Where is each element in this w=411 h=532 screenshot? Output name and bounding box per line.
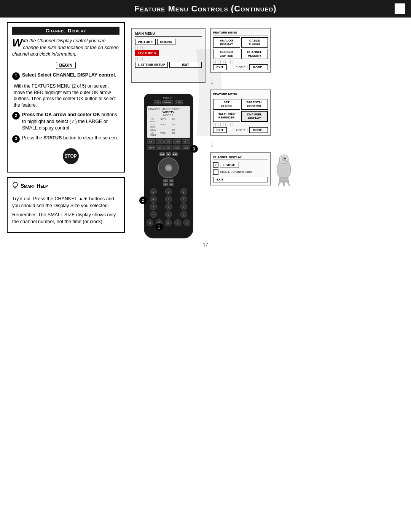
ch-dn-btn: − <box>163 183 168 186</box>
aux-btn: AUX <box>173 145 181 150</box>
step-2: 2 Press the OK arrow and center OK butto… <box>12 112 119 132</box>
cd-btn: CD <box>156 145 164 150</box>
feature-menu-1: FEATURE MENU ANALOGFORMAT CABLETUNING CL… <box>210 28 271 73</box>
rewind-btn: ◄◄ <box>159 152 165 156</box>
features-btn: FEATURES <box>135 50 159 56</box>
ffwd-btn: ►► <box>172 152 178 156</box>
extra-1: ⊙ <box>147 219 153 226</box>
remote-wrap: POWER ON INPUT OFF CHANNEL MACRO VOICE W… <box>144 86 193 238</box>
num-1: 1 <box>150 188 157 195</box>
vol-dn-btn: − <box>169 183 174 186</box>
analog-format-btn: ANALOGFORMAT <box>213 37 240 48</box>
step-1-label: Select Select CHANNEL DISPLAY control. <box>22 72 116 78</box>
step-1-detail: With the FEATURES MENU (2 of 5) on scree… <box>14 83 119 109</box>
number-pad: 1 2 3 4 5 6 7 8 9 * 0 # <box>146 188 191 218</box>
num-6: 6 <box>180 196 187 203</box>
prev-btn: PREV <box>147 145 155 150</box>
svg-point-6 <box>282 157 286 162</box>
feature-menu-2: FEATURE MENU SETCLOCK PARENTALCONTROL HA… <box>210 89 271 136</box>
small-option: SMALL - Channel Label <box>213 169 268 175</box>
fm1-label: FEATURE MENU <box>213 31 268 35</box>
remote-tv-label: WIDETV <box>148 110 189 114</box>
svg-rect-1 <box>14 187 16 188</box>
diagram-area: MAIN MENU PICTURE SOUND ││││││ FEATURES <box>129 22 404 238</box>
fm1-more-btn: MORE... <box>249 64 268 70</box>
smart-help-para2: Remember. The SMALL SIZE display shows o… <box>12 211 119 225</box>
extra-5: ○ <box>183 219 190 226</box>
corner-box <box>395 3 405 14</box>
dropcap: W <box>12 38 22 48</box>
parental-control-btn: PARENTALCONTROL <box>241 99 268 109</box>
cdp-exit-btn: EXIT <box>213 177 268 182</box>
step-3: 3 Press the STATUS button to clear the s… <box>12 135 119 143</box>
extra-3: © <box>165 219 172 226</box>
step-2-overlay: 2 <box>139 197 147 204</box>
channel-display-title: Channel Display <box>12 27 119 35</box>
fm2-more-btn: MORE... <box>249 127 268 133</box>
step-3-overlay: 3 <box>190 145 198 153</box>
cb-btn: CB <box>147 139 155 144</box>
stop-button: STOP <box>63 148 79 164</box>
power-input-btn: INPUT <box>162 101 173 104</box>
large-checkbox: ✓ <box>213 162 218 168</box>
fm2-page: 2 OF 5 <box>236 128 245 132</box>
arrow-down-2: ↓ <box>210 140 214 149</box>
parrot-svg <box>272 152 295 187</box>
page-header: Feature Menu Controls (Continued) <box>0 0 411 18</box>
set-clock-btn: SETCLOCK <box>213 99 240 109</box>
fm1-page: 1 OF 5 <box>236 66 245 69</box>
nav-circle: OK <box>158 157 179 178</box>
small-label: SMALL - Channel Label <box>220 170 252 174</box>
svg-point-7 <box>284 158 286 159</box>
nav-area: ◄◄ ► ►► <box>146 152 191 186</box>
step-1-overlay: 1 <box>155 223 163 231</box>
sound-btn: SOUND <box>157 39 175 45</box>
dss-btn: DSS <box>182 145 190 150</box>
num-4: 4 <box>150 196 157 203</box>
channel-memory-btn: CHANNELMEMORY <box>241 49 268 59</box>
half-hour-reminder-btn: HALF HOURREMINDER <box>213 111 240 122</box>
right-panels: FEATURE MENU ANALOGFORMAT CABLETUNING CL… <box>210 28 295 187</box>
num-8: 8 <box>165 203 172 210</box>
smart-help-section: Smart Help Try it out. Press the CHANNEL… <box>7 177 125 233</box>
step-3-status: STATUS <box>43 135 62 141</box>
num-2: 2 <box>165 188 172 195</box>
step-1: 1 Select Select CHANNEL DISPLAY control. <box>12 72 119 80</box>
remote-screen: CHANNEL MACRO VOICE WIDETV MODE 1 D1 MEN… <box>147 106 190 138</box>
vd-btn: VD <box>164 139 172 144</box>
smart-help-label: Smart Help <box>21 183 48 189</box>
num-0: 0 <box>165 211 172 218</box>
small-checkbox <box>213 169 218 175</box>
smart-help-para1: Try it out. Press the CHANNEL ▲▼ buttons… <box>12 195 119 209</box>
step-3-badge: 3 <box>12 135 20 143</box>
num-5: 5 <box>165 196 172 203</box>
left-column: Channel Display W ith the Channel Displa… <box>7 22 125 238</box>
md-btn: MD <box>164 145 172 150</box>
remote-control: POWER ON INPUT OFF CHANNEL MACRO VOICE W… <box>144 94 193 238</box>
extra-4: ○ <box>174 219 181 226</box>
svg-rect-2 <box>14 188 16 189</box>
fm2-exit-btn: EXIT <box>213 127 227 133</box>
smart-help-body: Try it out. Press the CHANNEL ▲▼ buttons… <box>12 195 119 225</box>
cable-tuning-btn: CABLETUNING <box>241 37 268 48</box>
power-off-btn: OFF <box>175 101 183 104</box>
closed-caption-btn: CLOSEDCAPTION <box>213 49 240 59</box>
lightbulb-icon <box>12 182 18 190</box>
cdp-label: CHANNEL DISPLAY <box>213 155 268 160</box>
vol-up-btn: + <box>169 179 174 182</box>
channel-display-body: W ith the Channel Display control you ca… <box>12 38 119 164</box>
num-hash: # <box>180 211 187 218</box>
dvd-btn-r: DVD <box>173 139 181 144</box>
ok-btn: OK <box>165 165 172 171</box>
num-9: 9 <box>180 203 187 210</box>
channel-display-btn: CHANNELDISPLAY <box>241 111 268 122</box>
large-option: ✓ LARGE <box>213 162 268 168</box>
parrot-decoration <box>272 152 295 187</box>
fm1-exit-btn: EXIT <box>213 64 227 70</box>
first-time-btn: 1 ST TIME SETUP <box>135 62 168 68</box>
begin-button: BEGIN <box>56 62 76 69</box>
channel-display-panel: CHANNEL DISPLAY ✓ LARGE SMALL - Channel … <box>210 152 271 185</box>
picture-btn: PICTURE <box>135 39 156 45</box>
num-star: * <box>150 211 157 218</box>
play-btn: ► <box>166 152 171 156</box>
